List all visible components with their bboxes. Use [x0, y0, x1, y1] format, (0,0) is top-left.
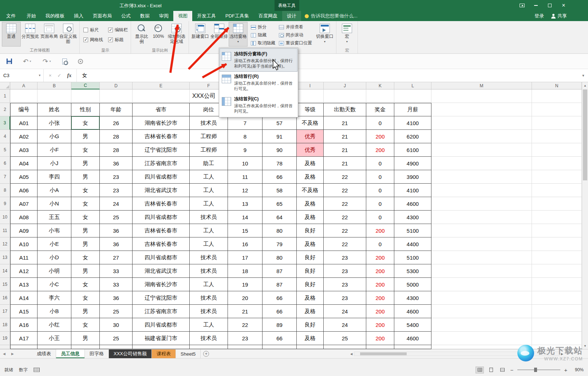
cell[interactable] [263, 345, 297, 349]
row-header-8[interactable]: 8 [0, 184, 10, 197]
login-button[interactable]: 登录 [534, 13, 544, 19]
cell[interactable] [431, 130, 532, 143]
zoom-button[interactable]: 显示比例 [133, 22, 150, 46]
cell[interactable]: 21 [324, 157, 366, 170]
zoom-level[interactable]: 90% [571, 367, 584, 372]
cell[interactable] [133, 89, 190, 103]
cell[interactable] [431, 305, 532, 318]
ruler-checkbox[interactable]: 标尺 [83, 27, 103, 34]
save-button[interactable] [7, 59, 12, 64]
cell[interactable] [431, 184, 532, 197]
cell[interactable]: 女 [71, 211, 100, 224]
cell[interactable]: 4900 [394, 157, 431, 170]
cell[interactable]: 吉林省长春市 [133, 130, 190, 143]
cell[interactable]: 良好 [297, 318, 324, 332]
cell[interactable] [532, 116, 582, 130]
name-box[interactable]: C3 ▼ [0, 69, 44, 82]
cell[interactable]: 200 [366, 130, 394, 143]
sheet-tab-4[interactable]: XXX公司销售额 [109, 349, 152, 358]
cell[interactable]: 及格 [297, 237, 324, 251]
cell[interactable]: A06 [10, 184, 38, 197]
fill-handle[interactable] [98, 128, 100, 130]
column-header-M[interactable]: M [431, 82, 532, 89]
cell[interactable]: 20 [228, 291, 263, 305]
scroll-up-icon[interactable]: ▲ [582, 82, 588, 89]
formula-input[interactable]: 女 [77, 69, 579, 82]
cell[interactable]: 64 [263, 211, 297, 224]
formula-bar-checkbox[interactable]: 编辑栏 [108, 27, 128, 34]
name-box-dropdown-icon[interactable]: ▼ [38, 74, 41, 77]
header-cell[interactable]: 出勤天数 [324, 103, 366, 116]
zoom-slider[interactable] [517, 369, 560, 370]
cell[interactable] [532, 170, 582, 184]
cell[interactable]: 0 [366, 237, 394, 251]
cell[interactable]: 男 [71, 237, 100, 251]
cell[interactable]: 良好 [297, 224, 324, 237]
cell[interactable]: 王五 [38, 211, 71, 224]
cell[interactable] [532, 157, 582, 170]
cell[interactable] [532, 291, 582, 305]
cell[interactable] [71, 345, 100, 349]
cell[interactable]: 辽宁省沈阳市 [133, 291, 190, 305]
row-header-18[interactable]: 18 [0, 318, 10, 332]
page-break-view-toggle[interactable] [498, 367, 506, 373]
new-sheet-button[interactable]: + [201, 349, 212, 358]
cell[interactable] [431, 237, 532, 251]
cell[interactable] [431, 318, 532, 332]
ribbon-tab-8[interactable]: 视图 [173, 11, 192, 21]
cell[interactable] [71, 89, 100, 103]
column-header-A[interactable]: A [10, 82, 38, 89]
cell[interactable]: 及格 [297, 332, 324, 345]
cell[interactable] [366, 345, 394, 349]
cell[interactable]: 工程师 [190, 143, 228, 157]
row-header-9[interactable]: 9 [0, 197, 10, 211]
cell[interactable]: 33 [100, 278, 133, 291]
ribbon-tab-11[interactable]: 百度网盘 [254, 11, 282, 21]
ribbon-tab-9[interactable]: 开发工具 [192, 11, 221, 21]
cell[interactable]: 25 [100, 332, 133, 345]
cell[interactable]: 21 [324, 143, 366, 157]
page-break-preview-button[interactable]: 分页预览 [21, 22, 39, 46]
column-header-K[interactable]: K [366, 82, 394, 89]
cell[interactable]: 0 [366, 211, 394, 224]
cell[interactable] [38, 89, 71, 103]
cell[interactable] [532, 184, 582, 197]
cell[interactable]: A03 [10, 143, 38, 157]
cell[interactable]: A15 [10, 305, 38, 318]
cell[interactable]: 3900 [394, 170, 431, 184]
sheet-tab-1[interactable]: 成绩表 [32, 349, 56, 358]
cell[interactable]: 工程师 [190, 130, 228, 143]
insert-function-icon[interactable]: fx [67, 73, 72, 79]
zoom-in-button[interactable]: + [563, 367, 568, 373]
cell[interactable] [431, 332, 532, 345]
cell[interactable]: 23 [324, 251, 366, 264]
cell[interactable]: A14 [10, 291, 38, 305]
cell[interactable]: 技术员 [190, 264, 228, 278]
formula-bar-expand-icon[interactable]: ▼ [579, 69, 588, 82]
cell[interactable]: 66 [263, 332, 297, 345]
sheet-nav-left-icon[interactable]: ◀ [0, 349, 8, 358]
cell[interactable]: 6200 [394, 130, 431, 143]
cell[interactable]: 男 [71, 264, 100, 278]
cell[interactable]: 4600 [394, 305, 431, 318]
redo-button[interactable]: ↷▼ [43, 57, 51, 65]
cell[interactable]: 技术员 [190, 332, 228, 345]
cell[interactable]: 24 [100, 197, 133, 211]
cell[interactable]: 25 [324, 332, 366, 345]
cell[interactable]: 四川省成都市 [133, 170, 190, 184]
header-cell[interactable]: 编号 [10, 103, 38, 116]
sheet-tab-2[interactable]: 员工信息 [56, 349, 85, 358]
ribbon-tab-7[interactable]: 审阅 [154, 11, 173, 21]
cell[interactable] [190, 345, 228, 349]
cell[interactable]: 女 [71, 184, 100, 197]
spreadsheet-grid[interactable]: ABCDEFGHIJKLMN 1XXX公司2编号姓名性别年龄省市岗位工号考核成绩… [0, 82, 582, 349]
cell[interactable]: 5100 [394, 251, 431, 264]
file-tab[interactable]: 文件 [0, 11, 22, 21]
cell[interactable]: 0 [366, 184, 394, 197]
cell[interactable]: 36 [100, 237, 133, 251]
cell[interactable]: 23 [100, 184, 133, 197]
cell[interactable]: 小张 [38, 116, 71, 130]
header-cell[interactable]: 省市 [133, 103, 190, 116]
cell[interactable]: 28 [100, 143, 133, 157]
arrange-all-button[interactable]: 全部重排 [210, 22, 228, 46]
